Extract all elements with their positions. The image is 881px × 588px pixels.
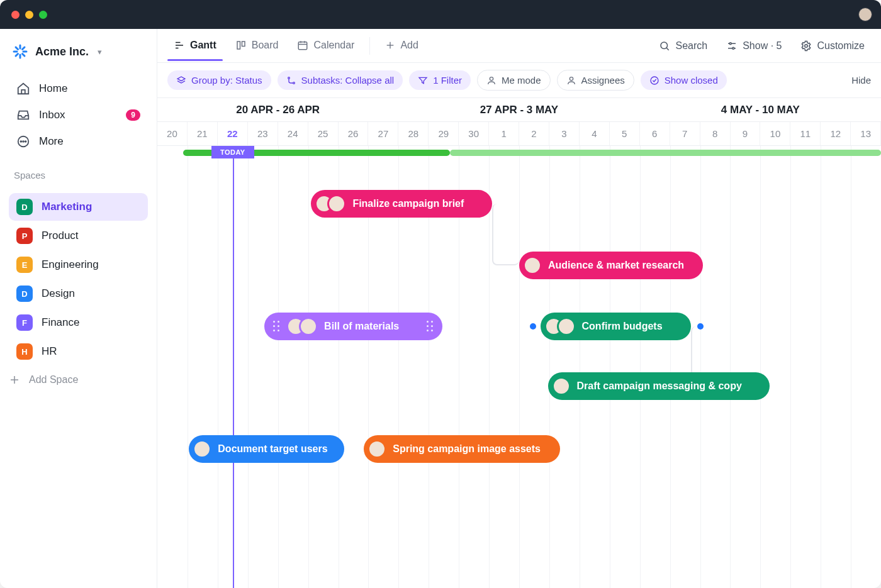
assignee-avatars[interactable] <box>286 317 318 336</box>
add-view-button[interactable]: Add <box>381 31 422 60</box>
assignee-avatars[interactable] <box>315 194 346 213</box>
space-label: Marketing <box>42 201 92 213</box>
day-header[interactable]: 25 <box>308 122 339 145</box>
subtasks-pill[interactable]: Subtasks: Collapse all <box>278 70 403 90</box>
day-header[interactable]: 11 <box>790 122 821 145</box>
day-header[interactable]: 21 <box>188 122 218 145</box>
gantt-chart: 20 APR - 26 APR27 APR - 3 MAY4 MAY - 10 … <box>157 98 881 588</box>
minimize-window-icon[interactable] <box>25 11 33 19</box>
task-bar[interactable]: Confirm budgets <box>541 313 692 340</box>
day-header[interactable]: 8 <box>700 122 731 145</box>
assignee-avatars[interactable] <box>193 440 211 458</box>
tab-label: Calendar <box>313 40 354 51</box>
show-button[interactable]: Show · 5 <box>722 36 785 55</box>
avatar <box>523 256 542 275</box>
task-bar[interactable]: Draft campaign messaging & copy <box>548 372 770 400</box>
search-label: Search <box>675 40 707 52</box>
space-badge-icon: P <box>16 228 33 244</box>
assignees-pill[interactable]: Assignees <box>557 70 634 91</box>
space-badge-icon: H <box>16 343 33 360</box>
board-icon <box>235 40 247 51</box>
assignee-avatars[interactable] <box>523 256 542 275</box>
check-circle-icon <box>649 75 659 86</box>
drag-handle-icon[interactable] <box>427 321 434 332</box>
grid-line <box>519 146 520 588</box>
task-label: Confirm budgets <box>582 321 663 332</box>
nav-inbox[interactable]: Inbox 9 <box>9 102 148 128</box>
window-controls <box>11 11 47 19</box>
assignee-avatars[interactable] <box>544 317 576 336</box>
gantt-canvas[interactable]: Finalize campaign briefAudience & market… <box>157 146 881 588</box>
timeline-weeks: 20 APR - 26 APR27 APR - 3 MAY4 MAY - 10 … <box>157 98 881 122</box>
drag-handle-icon[interactable] <box>273 321 280 332</box>
day-header[interactable]: 20 <box>157 122 188 145</box>
day-header[interactable]: 30 <box>459 122 489 145</box>
tab-gantt[interactable]: Gantt <box>170 31 220 60</box>
day-header[interactable]: 12 <box>821 122 851 145</box>
assignee-avatars[interactable] <box>368 440 386 458</box>
space-label: Product <box>42 230 79 242</box>
me-mode-pill[interactable]: Me mode <box>477 70 551 91</box>
day-header[interactable]: 10 <box>760 122 790 145</box>
day-header[interactable]: 24 <box>278 122 308 145</box>
space-label: HR <box>42 345 57 358</box>
day-header[interactable]: 28 <box>398 122 429 145</box>
nav-more[interactable]: More <box>9 128 148 155</box>
tab-calendar[interactable]: Calendar <box>293 31 358 60</box>
sidebar-space-design[interactable]: DDesign <box>9 280 148 308</box>
day-header[interactable]: 9 <box>731 122 761 145</box>
day-header[interactable]: 6 <box>640 122 670 145</box>
task-bar[interactable]: Spring campaign image assets <box>364 435 559 463</box>
task-bar[interactable]: Document target users <box>189 435 344 463</box>
task-bar[interactable]: Finalize campaign brief <box>311 190 492 218</box>
hide-button[interactable]: Hide <box>851 75 871 86</box>
day-header[interactable]: 1 <box>489 122 519 145</box>
day-header[interactable]: 3 <box>549 122 580 145</box>
group-by-pill[interactable]: Group by: Status <box>167 70 271 90</box>
spaces-section-label: Spaces <box>0 155 157 187</box>
dependency-endpoint-icon[interactable] <box>697 323 704 330</box>
sidebar-space-marketing[interactable]: DMarketing <box>9 193 148 221</box>
show-closed-pill[interactable]: Show closed <box>641 70 727 90</box>
add-space-button[interactable]: Add Space <box>0 367 157 393</box>
day-header[interactable]: 26 <box>339 122 369 145</box>
grid-line <box>580 146 580 588</box>
dependency-endpoint-icon[interactable] <box>530 323 536 330</box>
user-avatar[interactable] <box>858 8 872 21</box>
divider <box>369 37 370 55</box>
task-bar[interactable]: Bill of materials <box>264 313 442 340</box>
day-header[interactable]: 27 <box>368 122 398 145</box>
day-header[interactable]: 5 <box>610 122 640 145</box>
day-header[interactable]: 7 <box>670 122 700 145</box>
assignee-avatars[interactable] <box>552 377 571 396</box>
task-label: Audience & market research <box>548 260 684 271</box>
day-header[interactable]: 4 <box>580 122 610 145</box>
pill-label: Show closed <box>665 75 718 86</box>
sidebar-space-engineering[interactable]: EEngineering <box>9 251 148 279</box>
task-bar[interactable]: Audience & market research <box>519 252 703 279</box>
filter-icon <box>418 75 428 86</box>
customize-button[interactable]: Customize <box>797 36 868 55</box>
maximize-window-icon[interactable] <box>39 11 47 19</box>
tab-board[interactable]: Board <box>232 31 283 60</box>
workspace-switcher[interactable]: Acme Inc. ▾ <box>0 36 157 70</box>
pill-label: 1 Filter <box>433 75 462 86</box>
day-header[interactable]: 22 <box>218 122 248 145</box>
main: Gantt Board Calendar Add S <box>157 29 881 588</box>
nav-home[interactable]: Home <box>9 75 148 102</box>
day-header[interactable]: 2 <box>519 122 549 145</box>
day-header[interactable]: 13 <box>851 122 881 145</box>
sidebar-space-finance[interactable]: FFinance <box>9 309 148 336</box>
sidebar-space-product[interactable]: PProduct <box>9 222 148 250</box>
add-view-label: Add <box>400 40 418 51</box>
home-icon <box>16 82 30 96</box>
day-header[interactable]: 23 <box>248 122 278 145</box>
search-button[interactable]: Search <box>655 36 711 55</box>
grid-line <box>790 146 791 588</box>
day-header[interactable]: 29 <box>429 122 459 145</box>
svg-point-29 <box>729 42 731 44</box>
week-header: 27 APR - 3 MAY <box>398 98 639 121</box>
close-window-icon[interactable] <box>11 11 20 19</box>
filter-pill[interactable]: 1 Filter <box>409 70 471 90</box>
sidebar-space-hr[interactable]: HHR <box>9 338 148 365</box>
